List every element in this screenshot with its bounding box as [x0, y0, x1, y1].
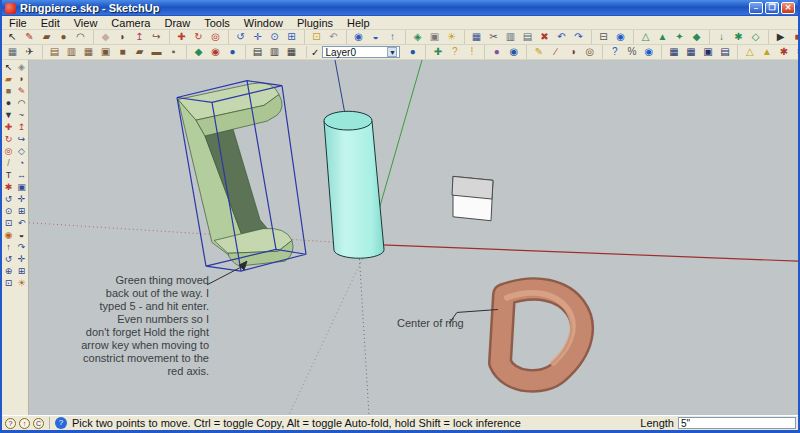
edit-group-button[interactable]: ▤ [42, 45, 63, 59]
sb-zoom-extents-alt-button[interactable]: ⊡ [2, 277, 15, 289]
menu-edit[interactable]: Edit [34, 17, 67, 29]
rectangle-tool-button[interactable]: ▰ [38, 30, 55, 44]
sb-position-camera-button[interactable]: ◉ [2, 229, 15, 241]
sb-text-button[interactable]: T [2, 169, 15, 181]
sphere-button[interactable]: ● [224, 45, 241, 59]
sb-eraser-button[interactable]: ▰ [2, 73, 15, 85]
sb-protractor-button[interactable]: ◔ [15, 157, 28, 169]
sb-follow-me-button[interactable]: ↪ [15, 133, 28, 145]
look-around-button[interactable]: ◒ [367, 30, 384, 44]
zoom-tool-button[interactable]: ⊙ [266, 30, 283, 44]
globe-button[interactable]: ◉ [505, 45, 522, 59]
sb-section-plane-button[interactable]: ▣ [15, 181, 28, 193]
stop-tour-button[interactable]: ■ [789, 30, 798, 44]
stamp-button[interactable]: ◆ [688, 30, 705, 44]
cut-button[interactable]: ✂ [485, 30, 502, 44]
previous-view-button[interactable]: ↶ [325, 30, 342, 44]
styles-browser-button[interactable]: ▦ [283, 45, 300, 59]
move-tool-button[interactable]: ✚ [169, 30, 190, 44]
menu-window[interactable]: Window [237, 17, 290, 29]
scenes-panel-button[interactable]: ▤ [716, 45, 733, 59]
sb-select-button[interactable]: ↖ [2, 61, 15, 73]
help2-button[interactable]: ? [602, 45, 623, 59]
minimize-button[interactable]: – [749, 2, 763, 14]
standard-views-button[interactable]: ▦ [4, 45, 21, 59]
menu-tools[interactable]: Tools [197, 17, 237, 29]
menu-camera[interactable]: Camera [104, 17, 157, 29]
measure-value-input[interactable] [678, 417, 796, 429]
sb-freehand-button[interactable]: ~ [15, 109, 28, 121]
entity-info-panel-button[interactable]: ▦ [682, 45, 699, 59]
materials-browser-button[interactable]: ▤ [245, 45, 266, 59]
shadows-button[interactable]: ☀ [443, 30, 460, 44]
sb-orbit-alt-button[interactable]: ↺ [2, 253, 15, 265]
model-info-button[interactable]: ◉ [612, 30, 629, 44]
sb-walk-button[interactable]: ↑ [2, 241, 15, 253]
drape-button[interactable]: ↓ [709, 30, 730, 44]
play-tour-button[interactable]: ▶ [768, 30, 789, 44]
sb-offset-button[interactable]: ◎ [2, 145, 15, 157]
menu-file[interactable]: File [2, 17, 34, 29]
menu-view[interactable]: View [67, 17, 105, 29]
menu-draw[interactable]: Draw [157, 17, 197, 29]
eraser-tool-button[interactable]: ◆ [93, 30, 114, 44]
follow-me-button[interactable]: ↪ [148, 30, 165, 44]
screen-text-note[interactable]: Green thing moved back out of the way. I… [59, 274, 209, 378]
sb-polygon-button[interactable]: ▼ [2, 109, 15, 121]
unhide-button[interactable]: ▰ [131, 45, 148, 59]
sb-push-pull-button[interactable]: ↥ [15, 121, 28, 133]
walk-tool-button[interactable]: ↑ [384, 30, 401, 44]
text-tool-button[interactable]: ✎ [526, 45, 547, 59]
close-button[interactable]: ✕ [781, 2, 795, 14]
rotate-tool-button[interactable]: ↻ [190, 30, 207, 44]
sb-zoom-extents-button[interactable]: ⊡ [2, 217, 15, 229]
menu-plugins[interactable]: Plugins [290, 17, 340, 29]
sb-move-button[interactable]: ✚ [2, 121, 15, 133]
components-browser-button[interactable]: ▥ [266, 45, 283, 59]
restore-button[interactable]: ❐ [765, 2, 779, 14]
make-component-button[interactable]: ◈ [405, 30, 426, 44]
paint-bucket-button[interactable]: ◗ [114, 30, 131, 44]
lock-red-button[interactable]: ◉ [207, 45, 224, 59]
status-c-circle-icon[interactable]: C [33, 418, 44, 429]
donut-button[interactable]: ◎ [581, 45, 598, 59]
pan-tool-button[interactable]: ✛ [249, 30, 266, 44]
sb-pan-button[interactable]: ✛ [15, 193, 28, 205]
sb-tape-measure-button[interactable]: / [2, 157, 15, 169]
fly-tool-button[interactable]: ✈ [21, 45, 38, 59]
copy-button[interactable]: ▥ [502, 30, 519, 44]
sb-arc-button[interactable]: ◠ [15, 97, 28, 109]
sb-zoom-alt-button[interactable]: ⊕ [2, 265, 15, 277]
orbit-tool-button[interactable]: ↺ [228, 30, 249, 44]
hide-button[interactable]: ■ [114, 45, 131, 59]
make-group-button[interactable]: ▣ [426, 30, 443, 44]
sb-zoom-window-alt-button[interactable]: ⊞ [15, 265, 28, 277]
percent-button[interactable]: % [623, 45, 640, 59]
sb-line-button[interactable]: ✎ [15, 85, 28, 97]
sb-rotate-button[interactable]: ↻ [2, 133, 15, 145]
sb-rectangle-button[interactable]: ■ [2, 85, 15, 97]
scatter-blue-button[interactable]: ✱ [792, 45, 798, 59]
scatter-red-button[interactable]: ✱ [775, 45, 792, 59]
warning-badge-button[interactable]: ! [463, 45, 480, 59]
sb-previous-view-button[interactable]: ↶ [15, 217, 28, 229]
zoom-window-button[interactable]: ⊞ [283, 30, 300, 44]
model-info-panel-button[interactable]: ▦ [661, 45, 682, 59]
sandbox-from-scratch-button[interactable]: ▲ [654, 30, 671, 44]
sb-dimension-button[interactable]: ↔ [15, 169, 28, 181]
layer-dropdown[interactable]: Layer0 ▼ [322, 46, 400, 58]
select-tool-button[interactable]: ↖ [4, 30, 21, 44]
palette-button[interactable]: ● [484, 45, 505, 59]
sb-next-view-button[interactable]: ↷ [15, 241, 28, 253]
outer-shell-button[interactable]: ▬ [148, 45, 165, 59]
intersect-button[interactable]: ▪ [165, 45, 182, 59]
offset-tool-button[interactable]: ◎ [207, 30, 224, 44]
circle-tool-button[interactable]: ● [55, 30, 72, 44]
status-up-circle-icon[interactable]: ↑ [19, 418, 30, 429]
cone-up-button[interactable]: △ [737, 45, 758, 59]
center-of-ring-label[interactable]: Center of ring [397, 317, 464, 330]
sb-circle-button[interactable]: ● [2, 97, 15, 109]
layers-globe-button[interactable]: ● [404, 45, 421, 59]
redo-button[interactable]: ↷ [570, 30, 587, 44]
add-location-button[interactable]: ✚ [425, 45, 446, 59]
